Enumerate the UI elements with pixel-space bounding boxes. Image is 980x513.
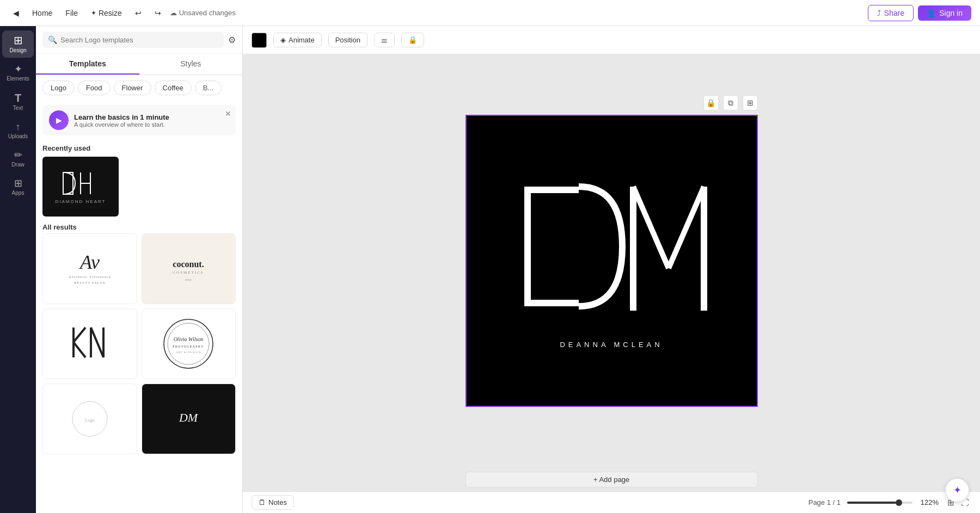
filter-chips: Logo Food Flower Coffee B... <box>36 75 242 101</box>
arrange-button[interactable]: ⚌ <box>374 33 395 47</box>
chip-coffee[interactable]: Coffee <box>155 81 192 95</box>
cloud-icon: ☁ <box>170 9 177 17</box>
chip-food[interactable]: Food <box>78 81 111 95</box>
chip-logo[interactable]: Logo <box>42 81 75 95</box>
tab-styles[interactable]: Styles <box>139 54 243 75</box>
svg-text:coconut.: coconut. <box>173 259 204 269</box>
home-button[interactable]: Home <box>28 7 57 20</box>
sidebar-item-design-label: Design <box>9 47 26 53</box>
notes-icon: 🗒 <box>259 498 266 506</box>
share-icon: ⤴ <box>877 9 881 17</box>
animate-button[interactable]: ◈ Animate <box>273 33 322 47</box>
lock-button[interactable]: 🔒 <box>401 33 424 47</box>
zoom-slider-fill <box>847 502 896 504</box>
svg-text:Logo: Logo <box>85 418 94 423</box>
lock-icon: 🔒 <box>408 36 417 44</box>
notes-button[interactable]: 🗒 Notes <box>252 495 294 510</box>
recently-item-text: DIAMOND HEART <box>56 199 106 204</box>
learn-title: Learn the basics in 1 minute <box>74 113 229 121</box>
bottom-bar: 🗒 Notes Page 1 / 1 122% ⊞ ⛶ <box>243 491 980 513</box>
sidebar-item-uploads[interactable]: ↑ Uploads <box>2 118 34 144</box>
learn-sub: A quick overview of where to start. <box>74 121 229 128</box>
sidebar-item-elements[interactable]: ✦ Elements <box>2 60 34 86</box>
svg-rect-26 <box>524 300 579 306</box>
svg-text:PHOTOGRAPHY: PHOTOGRAPHY <box>173 345 204 348</box>
monogram-svg <box>508 173 715 336</box>
file-button[interactable]: File <box>61 7 82 20</box>
result-item-4-svg: Olivia Wilson PHOTOGRAPHY ART & DESIGN <box>158 314 218 374</box>
recently-item[interactable]: DIAMOND HEART <box>42 157 119 217</box>
chip-flower[interactable]: Flower <box>114 81 151 95</box>
add-page-button[interactable]: + Add page <box>465 472 758 487</box>
result-item-5[interactable]: Logo <box>42 384 137 454</box>
undo-button[interactable]: ↩ <box>131 7 146 20</box>
filter-icon[interactable]: ⚙ <box>228 35 236 45</box>
unsaved-changes: ☁ Unsaved changes <box>170 9 236 17</box>
sidebar-item-apps[interactable]: ⊞ Apps <box>2 174 34 200</box>
topbar-right: ⤴ Share 👤 Sign in <box>868 5 971 21</box>
svg-text:BEAUTY SALON: BEAUTY SALON <box>74 281 106 285</box>
uploads-icon: ↑ <box>16 122 21 132</box>
zoom-controls: 122% <box>847 498 939 506</box>
color-swatch[interactable] <box>252 33 267 48</box>
sidebar-item-design[interactable]: ⊞ Design <box>2 30 34 58</box>
sidebar-item-text[interactable]: T Text <box>2 88 34 115</box>
file-label: File <box>65 9 78 17</box>
main-layout: ⊞ Design ✦ Elements T Text ↑ Uploads ✏ D… <box>0 26 980 513</box>
svg-point-16 <box>164 319 213 368</box>
result-item-4[interactable]: Olivia Wilson PHOTOGRAPHY ART & DESIGN <box>142 308 236 379</box>
add-page-bar: + Add page <box>243 467 980 491</box>
results-grid: Av Aesthetic Villanueva BEAUTY SALON coc… <box>36 233 242 461</box>
learn-text: Learn the basics in 1 minute A quick ove… <box>74 113 229 128</box>
share-button[interactable]: ⤴ Share <box>868 5 914 21</box>
design-canvas-wrapper: 🔒 ⧉ ⊞ <box>465 115 758 407</box>
sidebar-item-apps-label: Apps <box>12 190 24 196</box>
chip-more[interactable]: B... <box>195 81 222 95</box>
redo-button[interactable]: ↪ <box>150 7 166 20</box>
signin-button[interactable]: 👤 Sign in <box>918 5 971 21</box>
svg-point-17 <box>168 323 209 364</box>
sidebar-item-draw[interactable]: ✏ Draw <box>2 146 34 172</box>
panel-tabs: Templates Styles <box>36 54 242 75</box>
svg-line-29 <box>633 187 669 268</box>
copy-canvas-button[interactable]: ⧉ <box>723 95 738 110</box>
ai-assist-button[interactable]: ✦ <box>945 478 969 502</box>
canvas-controls: 🔒 ⧉ ⊞ <box>703 95 758 110</box>
search-input[interactable] <box>60 36 218 44</box>
svg-rect-24 <box>524 187 531 306</box>
recently-used-label: Recently used <box>36 140 242 154</box>
icon-sidebar: ⊞ Design ✦ Elements T Text ↑ Uploads ✏ D… <box>0 26 36 513</box>
back-button[interactable]: ◀ <box>9 7 23 20</box>
resize-button[interactable]: ✦ Resize <box>87 7 126 20</box>
learn-close-button[interactable]: ✕ <box>225 109 231 118</box>
result-item-1[interactable]: Av Aesthetic Villanueva BEAUTY SALON <box>42 233 137 304</box>
position-button[interactable]: Position <box>328 33 367 47</box>
ai-assist-icon: ✦ <box>953 484 961 496</box>
result-item-3[interactable] <box>42 308 137 379</box>
canvas-scroll[interactable]: 🔒 ⧉ ⊞ <box>243 54 980 467</box>
svg-text:ART & DESIGN: ART & DESIGN <box>176 351 201 354</box>
design-icon: ⊞ <box>14 35 23 46</box>
svg-rect-0 <box>63 172 73 194</box>
page-controls: Page 1 / 1 122% ⊞ ⛶ <box>808 496 971 510</box>
home-label: Home <box>32 9 52 17</box>
resize-icon: ✦ <box>91 9 96 17</box>
recently-item-image: DIAMOND HEART <box>42 157 119 217</box>
expand-canvas-button[interactable]: ⊞ <box>743 95 758 110</box>
result-item-2[interactable]: coconut. COSMETICS ≡≡≡ <box>142 233 236 304</box>
zoom-slider[interactable] <box>847 502 912 504</box>
design-canvas[interactable]: DEANNA MCLEAN <box>465 115 758 407</box>
result-item-2-svg: coconut. COSMETICS ≡≡≡ <box>158 239 218 299</box>
tab-templates[interactable]: Templates <box>36 54 139 75</box>
svg-line-12 <box>74 342 85 357</box>
svg-text:DM: DM <box>179 411 199 424</box>
panel-scroll: ▶ Learn the basics in 1 minute A quick o… <box>36 101 242 513</box>
panel-search-area: 🔍 ⚙ <box>36 26 242 54</box>
lock-canvas-button[interactable]: 🔒 <box>703 95 719 110</box>
canvas-designer-name: DEANNA MCLEAN <box>560 341 663 349</box>
result-item-6[interactable]: DM <box>142 384 236 454</box>
learn-banner: ▶ Learn the basics in 1 minute A quick o… <box>42 105 236 135</box>
search-icon: 🔍 <box>48 35 57 44</box>
svg-line-11 <box>74 327 85 342</box>
topbar: ◀ Home File ✦ Resize ↩ ↪ ☁ Unsaved chang… <box>0 0 980 26</box>
